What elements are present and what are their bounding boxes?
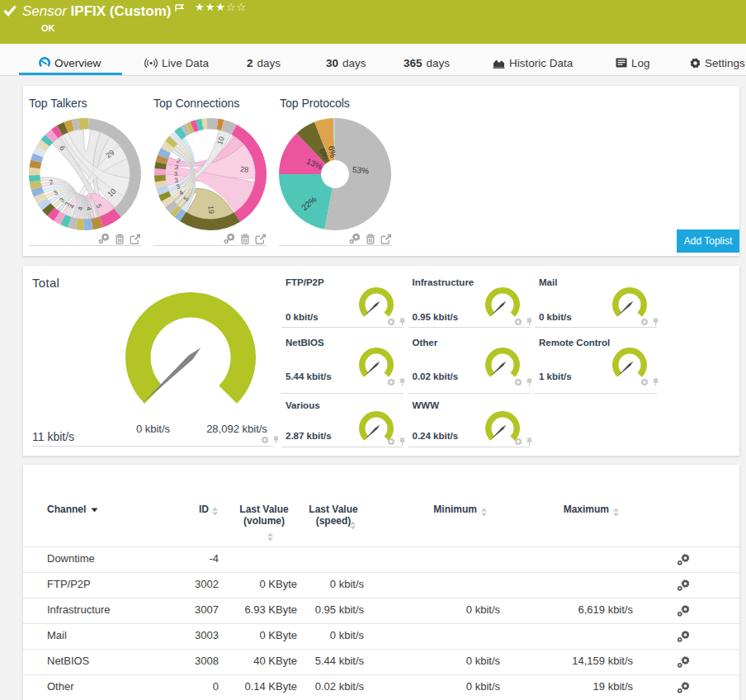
- svg-text:19: 19: [206, 206, 215, 215]
- svg-text:53%: 53%: [352, 165, 370, 176]
- svg-text:28: 28: [239, 165, 248, 174]
